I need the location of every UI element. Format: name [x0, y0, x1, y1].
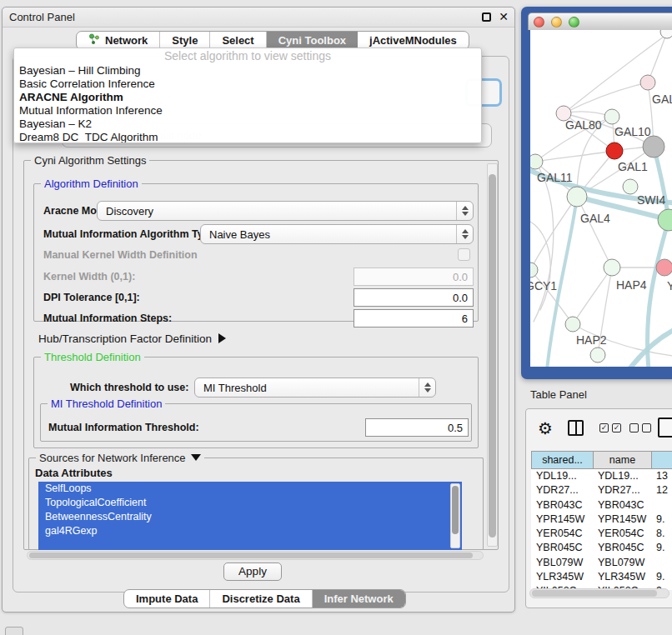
table-cell: 8. — [651, 527, 672, 541]
table-cell: YLR345W — [593, 570, 651, 584]
network-node[interactable] — [590, 348, 605, 362]
tab-network-label: Network — [105, 34, 148, 47]
network-node[interactable] — [658, 209, 672, 231]
table-row[interactable]: YER054CYER054C8. — [531, 527, 672, 541]
table-panel: ⚙ ✓ ✓ shared...name YDL19...YDL19...13YD… — [525, 408, 672, 608]
network-node-gal80[interactable]: GAL80 — [556, 106, 602, 132]
table-row[interactable]: YBL079WYBL079W — [531, 556, 672, 570]
tab-discretize-data[interactable]: Discretize Data — [210, 590, 312, 608]
select-all-checkbox-icon[interactable]: ✓ — [599, 423, 609, 432]
apply-button[interactable]: Apply — [223, 562, 282, 581]
tab-jactivemnodules[interactable]: jActiveMNodules — [358, 32, 469, 49]
document-icon[interactable] — [658, 418, 672, 438]
table-column-header[interactable]: name — [594, 452, 652, 468]
table-cell — [651, 498, 672, 512]
minimize-traffic-light-icon[interactable] — [551, 17, 562, 28]
settings-scrollbar-thumb[interactable] — [489, 174, 496, 538]
deselect-all-checkbox-icon[interactable] — [642, 423, 651, 432]
network-node-gal10[interactable]: GAL10 — [604, 109, 651, 138]
algorithm-option[interactable]: ARACNE Algorithm — [14, 91, 481, 104]
bottom-tab-bar: Impute Data Discretize Data Infer Networ… — [123, 589, 406, 608]
corner-button[interactable] — [5, 627, 23, 635]
aracne-mode-value: Discovery — [106, 205, 153, 218]
table-body: YDL19...YDL19...13YDR27...YDR27...12YBR0… — [531, 469, 672, 590]
table-row[interactable]: YBR045CYBR045C9. — [531, 541, 672, 555]
gear-icon[interactable]: ⚙ — [538, 418, 553, 438]
table-cell: 13 — [651, 469, 672, 483]
table-row[interactable]: YPR145WYPR145W9. — [531, 512, 672, 527]
kernel-width-field[interactable] — [354, 268, 474, 286]
network-node[interactable] — [643, 136, 664, 158]
table-cell — [651, 556, 672, 570]
algorithm-option[interactable]: Bayesian – Hill Climbing — [14, 64, 481, 78]
network-node-gcy1[interactable]: GCY1 — [530, 262, 557, 292]
tab-select[interactable]: Select — [210, 32, 266, 49]
sources-title[interactable]: Sources for Network Inference — [36, 452, 204, 464]
algorithm-option[interactable]: Dream8 DC_TDC Algorithm — [14, 131, 481, 143]
settings-hscrollbar-thumb[interactable] — [29, 552, 473, 558]
table-hscrollbar[interactable] — [529, 588, 669, 598]
zoom-traffic-light-icon[interactable] — [569, 17, 579, 28]
table-cell: YLR345W — [531, 570, 593, 584]
network-node-label: HAP2 — [576, 333, 607, 347]
algorithm-popup-list: Bayesian – Hill ClimbingBasic Correlatio… — [14, 64, 481, 143]
network-node-y[interactable]: Y — [656, 259, 672, 292]
tab-cyni-toolbox[interactable]: Cyni Toolbox — [267, 32, 358, 49]
mi-threshold-field[interactable] — [365, 418, 469, 437]
mi-type-label: Mutual Information Algorithm Type: — [43, 228, 218, 240]
network-node-gal11[interactable]: GAL11 — [530, 154, 573, 184]
settings-scrollbar[interactable] — [487, 163, 498, 547]
data-attribute-item[interactable]: gal4RGexp — [38, 524, 462, 538]
tab-cyni-toolbox-label: Cyni Toolbox — [278, 34, 346, 47]
data-attribute-item[interactable]: TopologicalCoefficient — [38, 496, 462, 510]
network-node-hap4[interactable]: HAP4 — [604, 259, 647, 292]
float-window-icon[interactable] — [482, 12, 491, 22]
attributes-scrollbar[interactable] — [450, 483, 460, 548]
attributes-scrollbar-thumb[interactable] — [452, 486, 459, 534]
table-row[interactable]: YDL19...YDL19...13 — [531, 469, 672, 483]
table-column-header[interactable]: shared... — [532, 452, 594, 468]
network-node-gal[interactable]: GAL — [640, 75, 672, 106]
mi-type-combo[interactable]: Naive Bayes — [200, 224, 474, 244]
table-row[interactable]: YLR345WYLR345W9. — [531, 570, 672, 584]
network-view-titlebar[interactable] — [528, 12, 672, 30]
manual-kernel-checkbox[interactable] — [458, 248, 470, 261]
algorithm-option[interactable]: Basic Correlation Inference — [14, 78, 481, 91]
tab-impute-data-label: Impute Data — [136, 592, 198, 605]
algorithm-option[interactable]: Mutual Information Inference — [14, 104, 481, 118]
dpi-tolerance-field[interactable] — [354, 288, 474, 307]
table-cell: YPR145W — [593, 512, 651, 527]
aracne-mode-combo[interactable]: Discovery — [97, 201, 474, 221]
data-attributes-list[interactable]: SelfLoopsTopologicalCoefficientBetweenne… — [38, 482, 462, 550]
network-canvas[interactable]: GALGAL80GAL10GAL1GAL11GAL4SWI4GCY1HAP4YH… — [530, 30, 672, 367]
tab-impute-data[interactable]: Impute Data — [124, 590, 210, 608]
settings-hscrollbar[interactable] — [27, 551, 484, 560]
table-toolbar: ⚙ ✓ ✓ — [526, 416, 672, 442]
split-columns-icon[interactable] — [568, 420, 584, 436]
network-node-swi4[interactable]: SWI4 — [623, 179, 665, 207]
tab-network[interactable]: Network — [77, 32, 160, 49]
table-cell: 9. — [651, 570, 672, 584]
table-cell: 9. — [651, 541, 672, 555]
mi-steps-field[interactable] — [354, 309, 474, 328]
table-hscrollbar-thumb[interactable] — [532, 590, 657, 597]
algorithm-dropdown-hint: Select algorithm to view settings — [14, 48, 481, 64]
algorithm-option[interactable]: Bayesian – K2 — [14, 118, 481, 131]
network-node[interactable] — [660, 30, 672, 38]
close-icon[interactable]: ✕ — [499, 10, 509, 23]
table-row[interactable]: YDR27...YDR27...12 — [531, 483, 672, 498]
control-panel-titlebar[interactable]: Control Panel ✕ — [3, 8, 514, 28]
tab-infer-network[interactable]: Infer Network — [313, 590, 405, 608]
hub-tf-definition-expander[interactable]: Hub/Transcription Factor Definition — [38, 332, 226, 345]
which-threshold-combo[interactable]: MI Threshold — [194, 378, 436, 398]
select-all-checkbox-icon[interactable]: ✓ — [612, 423, 621, 432]
tab-style[interactable]: Style — [160, 32, 210, 49]
deselect-all-checkbox-icon[interactable] — [629, 423, 639, 432]
network-node-hap2[interactable]: HAP2 — [565, 317, 607, 347]
table-row[interactable]: YBR043CYBR043C — [531, 498, 672, 512]
close-traffic-light-icon[interactable] — [534, 17, 544, 28]
data-attribute-item[interactable]: BetweennessCentrality — [38, 510, 462, 524]
data-attribute-item[interactable]: SelfLoops — [38, 482, 462, 496]
table-column-header[interactable] — [652, 452, 672, 468]
network-node-label: GAL10 — [614, 125, 651, 138]
